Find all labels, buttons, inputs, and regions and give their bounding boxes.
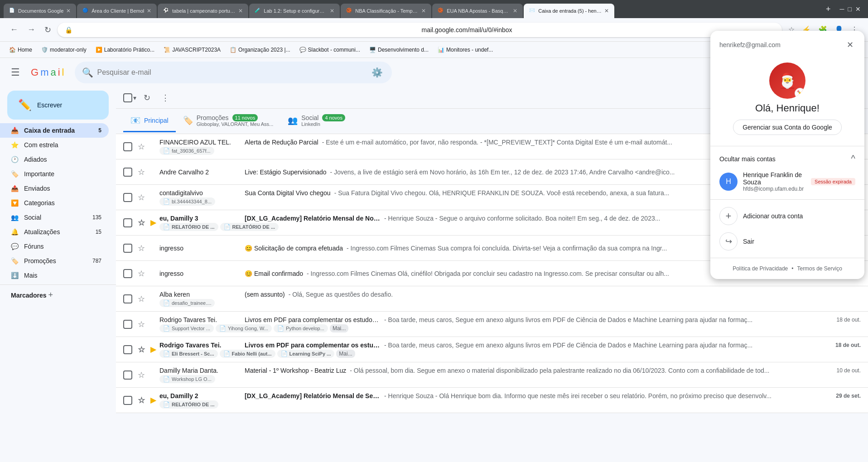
bookmark-moderator[interactable]: 🛡️ moderator-only [38,45,90,55]
email-row-9[interactable]: ☆ ▶ Rodrigo Tavares Tei. Livros em PDF p… [116,337,868,362]
email-row-11[interactable]: ☆ ▶ eu, Damilly 2 [DX_LG_Academy] Relató… [116,388,868,413]
browser-tab-3[interactable]: ⚽ tabela | campeonato portugue... ✕ [158,4,248,18]
address-input[interactable]: 🔒 mail.google.com/mail/u/0/#inbox [58,23,782,37]
email-checkbox-9[interactable] [123,345,132,354]
sidebar-item-more[interactable]: ⬇️ Mais [0,268,109,283]
email-star-3[interactable]: ☆ [136,191,147,204]
compose-button[interactable]: ✏️ Escrever [7,91,109,120]
sidebar-item-sent[interactable]: 📤 Enviados [0,181,109,196]
sidebar-item-categories[interactable]: 🔽 Categorias [0,196,109,210]
email-more-attachments-9[interactable]: Mai... [336,350,355,358]
sidebar-item-snoozed[interactable]: 🕐 Adiados [0,152,109,167]
email-subject-2: Live: Estágio Supervisionado [245,168,327,176]
email-snippet-11: Henrique Souza - Olá Henrique bom dia. I… [384,392,772,399]
email-star-4[interactable]: ☆ [136,216,147,230]
sidebar-item-updates[interactable]: 🔔 Atualizações 15 [0,225,109,239]
close-button[interactable]: ✕ [855,5,861,13]
bookmark-monitors[interactable]: 📊 Monitores - undef... [434,45,497,55]
sidebar-item-forums[interactable]: 💬 Fóruns [0,239,109,254]
email-star-11[interactable]: ☆ [136,394,147,407]
gmail-search-bar[interactable]: 🔍 ⚙️ [75,62,392,83]
select-all-check[interactable] [123,93,132,102]
tab-promocoes[interactable]: 🏷️ Promoções 11 novos Globoplay, VALORAN… [176,109,281,134]
markers-label: Marcadores [11,292,47,299]
search-filter-button[interactable]: ⚙️ [370,65,385,80]
tab-close-4[interactable]: ✕ [330,8,334,14]
email-star-7[interactable]: ☆ [136,292,147,306]
email-star-2[interactable]: ☆ [136,165,147,179]
bookmark-js[interactable]: 📜 JAVASCRIPT2023A [160,45,224,55]
checkbox-arrow-icon[interactable]: ▾ [133,94,136,101]
email-more-attachments-8[interactable]: Mai... [330,324,348,332]
search-input[interactable] [97,68,366,77]
maximize-button[interactable]: □ [848,5,852,13]
email-row-8[interactable]: ☆ ▶ Rodrigo Tavares Tei. Livros em PDF p… [116,312,868,337]
email-checkbox-4[interactable] [123,218,132,227]
email-checkbox-10[interactable] [123,371,132,380]
browser-tab-4[interactable]: 🧪 Lab 1.2: Setup e configuração... ✕ [249,4,340,18]
tab-close-7[interactable]: ✕ [604,8,609,14]
browser-tab-6[interactable]: 🏀 EUA NBA Apostas - Basquete C... ✕ [432,4,523,18]
browser-tab-7[interactable]: ✉️ Caixa de entrada (5) - henrikef... ✕ [524,4,614,18]
reload-button[interactable]: ↻ [42,22,54,38]
browser-tab-2[interactable]: 🔵 Área do Cliente | Bemol ✕ [77,4,157,18]
add-marker-button[interactable]: + [48,290,53,300]
new-tab-button[interactable]: + [822,3,834,16]
bookmark-org[interactable]: 📋 Organização 2023 |... [226,45,294,55]
sidebar-item-important[interactable]: 🏷️ Importante [0,167,109,181]
privacy-link[interactable]: Política de Privacidade [733,265,788,272]
bookmark-home[interactable]: 🏠 Home [5,45,36,55]
sidebar-item-inbox[interactable]: 📥 Caixa de entrada 5 [0,123,109,138]
refresh-button[interactable]: ↻ [140,89,154,106]
browser-tab-1[interactable]: 📄 Documentos Google ✕ [4,4,76,18]
tab-close-5[interactable]: ✕ [421,8,426,14]
email-checkbox-2[interactable] [123,168,132,177]
select-all-checkbox[interactable]: ▾ [123,93,136,102]
popup-account-item-1[interactable]: H Henrique Franklin de Souza hfds@icomp.… [710,168,864,196]
email-star-1[interactable]: ☆ [136,140,147,154]
email-star-10[interactable]: ☆ [136,368,147,382]
email-checkbox-1[interactable] [123,142,132,151]
popup-add-account[interactable]: + Adicionar outra conta [710,203,864,229]
avatar-edit-button[interactable]: ✏️ [795,88,805,99]
popup-signout[interactable]: ↪ Sair [710,229,864,254]
bookmark-dev[interactable]: 🖥️ Desenvolvimento d... [366,45,432,55]
sidebar-item-promotions[interactable]: 🏷️ Promoções 787 [0,254,109,268]
hide-accounts-button[interactable]: ^ [851,154,855,164]
email-star-8[interactable]: ☆ [136,318,147,331]
tab-social[interactable]: 👥 Social 4 novos LinkedIn [280,109,352,134]
email-star-6[interactable]: ☆ [136,267,147,280]
email-checkbox-6[interactable] [123,269,132,278]
browser-tab-5[interactable]: 🏀 NBA Classificação - Temporada... ✕ [341,4,431,18]
sidebar-item-starred[interactable]: ⭐ Com estrela [0,138,109,152]
back-button[interactable]: ← [7,22,21,37]
tab-close-1[interactable]: ✕ [66,8,71,14]
tab-close-2[interactable]: ✕ [147,8,151,14]
tab-close-3[interactable]: ✕ [238,8,243,14]
tab-close-6[interactable]: ✕ [513,8,517,14]
email-subject-1: Alerta de Redução Parcial [245,139,318,146]
email-star-5[interactable]: ☆ [136,241,147,255]
bookmark-slack[interactable]: 💬 Slackbot - communi... [296,45,364,55]
email-star-9[interactable]: ☆ [136,343,147,356]
attachment-chip-4-2: 📄 RELATÓRIO DE ... [220,223,279,231]
email-checkbox-3[interactable] [123,193,132,202]
more-toolbar-button[interactable]: ⋮ [158,89,173,106]
sidebar-item-social[interactable]: 👥 Social 135 [0,210,109,225]
email-checkbox-11[interactable] [123,396,132,405]
email-checkbox-8[interactable] [123,320,132,329]
email-checkbox-7[interactable] [123,294,132,303]
gmail-menu-button[interactable]: ☰ [7,63,24,82]
forward-button[interactable]: → [24,22,38,37]
sidebar-label-categories: Categorias [24,199,55,207]
manage-account-button[interactable]: Gerenciar sua Conta do Google [733,120,842,135]
email-row-10[interactable]: ☆ ▶ Damilly Maria Danta. Material - 1º W… [116,362,868,388]
email-checkbox-5[interactable] [123,244,132,253]
popup-close-button[interactable]: ✕ [845,38,855,52]
email-attachments-9: 📄 Eli Bressert - Sc... 📄 Fabio Nelli (au… [159,350,861,358]
email-row-7[interactable]: ☆ ▶ Alba keren (sem assunto) Olá, Segue … [116,286,868,312]
minimize-button[interactable]: ─ [840,5,844,13]
tab-principal[interactable]: 📧 Principal [123,110,176,132]
bookmark-lab[interactable]: ▶️ Laboratório Prático... [92,45,158,55]
terms-link[interactable]: Termos de Serviço [797,265,842,272]
